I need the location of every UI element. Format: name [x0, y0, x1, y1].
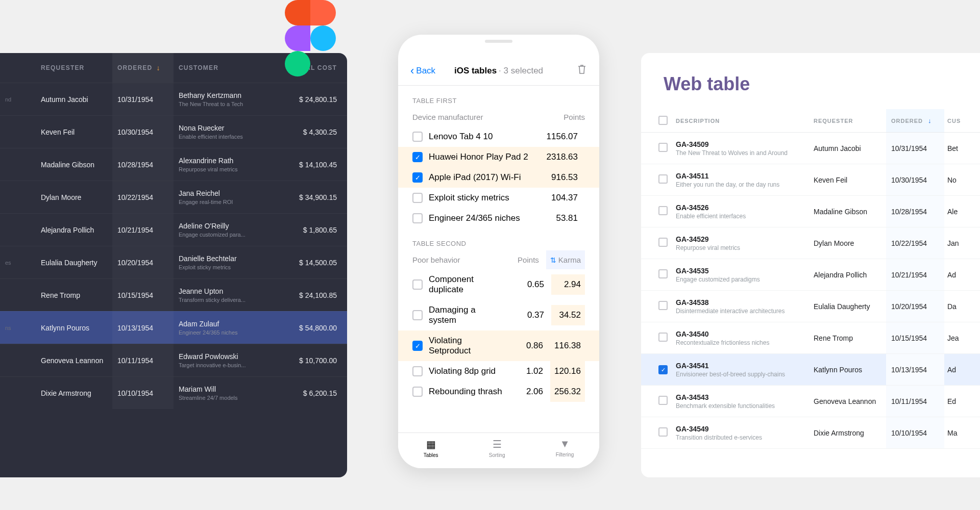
tab-filtering[interactable]: ▼ Filtering: [556, 438, 574, 457]
row-checkbox[interactable]: [658, 301, 668, 310]
row-checkbox[interactable]: [658, 238, 668, 247]
row-checkbox[interactable]: [658, 174, 668, 184]
row-checkbox[interactable]: [412, 366, 423, 376]
list-item[interactable]: Damaging a system 0.37 34.52: [398, 300, 599, 330]
delete-button[interactable]: [577, 64, 587, 78]
table-row[interactable]: Dylan Moore 10/22/1954 Jana Reichel Enga…: [0, 181, 347, 213]
requester-cell: Madaline Gibson: [811, 208, 886, 216]
select-all-checkbox[interactable]: [658, 116, 668, 125]
list-item[interactable]: ✓ Huawei Honor Play Pad 2 2318.63: [398, 147, 599, 167]
ordered-cell: 10/10/1954: [886, 417, 944, 448]
table-row[interactable]: ✓ GA-34541 Envisioneer best-of-breed sup…: [641, 354, 980, 386]
description-cell: GA-34543 Benchmark extensible functional…: [673, 393, 811, 410]
requester-cell: Katlynn Pouros: [811, 366, 886, 374]
row-checkbox[interactable]: [658, 269, 668, 278]
list-item[interactable]: Engineer 24/365 niches 53.81: [398, 208, 599, 228]
row-checkbox[interactable]: ✓: [658, 365, 668, 374]
customer-cell: Bet: [944, 144, 980, 152]
table-row[interactable]: ns Katlynn Pouros 10/13/1954 Adam Zulauf…: [0, 311, 347, 344]
tab-tables[interactable]: ▦ Tables: [424, 438, 438, 458]
col-ordered[interactable]: Ordered ↓: [112, 53, 174, 83]
row-checkbox[interactable]: [412, 193, 423, 203]
row-checkbox[interactable]: [658, 396, 668, 405]
trash-icon: [577, 64, 587, 75]
list-item[interactable]: ✓ Violating Setproduct 0.86 116.38: [398, 330, 599, 361]
ordered-cell: 10/22/1954: [112, 181, 174, 213]
requester-cell: Autumn Jacobi: [811, 144, 886, 152]
row-checkbox[interactable]: [658, 206, 668, 215]
row-checkbox[interactable]: [412, 387, 423, 397]
col-requester[interactable]: Requester: [811, 118, 886, 124]
table-row[interactable]: GA-34549 Transition distributed e-servic…: [641, 417, 980, 449]
table-row[interactable]: GA-34529 Repurpose viral metrics Dylan M…: [641, 227, 980, 259]
table-icon: ▦: [426, 438, 436, 450]
row-checkbox[interactable]: [412, 132, 423, 142]
row-checkbox[interactable]: [658, 427, 668, 437]
customer-cell: Adam Zulauf Engineer 24/365 niches: [174, 320, 281, 336]
customer-cell: Mariam Will Streamline 24/7 models: [174, 385, 281, 401]
karma-sort-header[interactable]: ⇅ Karma: [546, 250, 585, 269]
section-label-1: TABLE FIRST: [398, 86, 599, 109]
ordered-cell: 10/21/1954: [886, 259, 944, 290]
col-requester[interactable]: Requester: [36, 64, 112, 71]
customer-cell: Ed: [944, 397, 980, 405]
section-label-2: TABLE SECOND: [398, 228, 599, 251]
customer-cell: Alexandrine Rath Repurpose viral metrics: [174, 157, 281, 172]
ordered-cell: 10/20/1954: [112, 246, 174, 278]
table-row[interactable]: es Eulalia Daugherty 10/20/1954 Danielle…: [0, 246, 347, 278]
row-checkbox[interactable]: ✓: [412, 152, 423, 162]
col-description[interactable]: Description: [673, 118, 811, 124]
total-cell: $ 6,200.15: [281, 389, 347, 397]
col-ordered[interactable]: Ordered ↓: [886, 109, 944, 132]
col-customer[interactable]: Customer: [174, 64, 281, 71]
table-row[interactable]: GA-34538 Disintermediate interactive arc…: [641, 291, 980, 322]
table-row[interactable]: Madaline Gibson 10/28/1954 Alexandrine R…: [0, 148, 347, 181]
total-cell: $ 54,800.00: [281, 324, 347, 332]
customer-cell: Edward Powlowski Target innovative e-bus…: [174, 352, 281, 368]
ordered-cell: 10/11/1954: [112, 344, 174, 376]
requester-cell: Dixie Armstrong: [36, 389, 112, 397]
table-row[interactable]: GA-34540 Recontextualize frictionless ni…: [641, 322, 980, 354]
ordered-cell: 10/15/1954: [886, 322, 944, 353]
row-checkbox[interactable]: [412, 213, 423, 223]
table-row[interactable]: Genoveva Leannon 10/11/1954 Edward Powlo…: [0, 344, 347, 376]
customer-cell: Jana Reichel Engage real-time ROI: [174, 189, 281, 205]
total-cell: $ 24,100.85: [281, 291, 347, 299]
requester-cell: Rene Tromp: [811, 334, 886, 342]
list-item[interactable]: Lenovo Tab 4 10 1156.07: [398, 126, 599, 147]
list-item[interactable]: ✓ Apple iPad (2017) Wi-Fi 916.53: [398, 167, 599, 188]
tab-sorting[interactable]: ☰ Sorting: [489, 438, 505, 458]
table-row[interactable]: GA-34509 The New Threat to Wolves in and…: [641, 133, 980, 164]
ordered-cell: 10/30/1954: [112, 116, 174, 148]
list-item[interactable]: Exploit sticky metrics 104.37: [398, 188, 599, 208]
sort-arrow-icon: ↓: [156, 64, 160, 72]
table-row[interactable]: GA-34535 Engage customized paradigms Ale…: [641, 259, 980, 291]
table-row[interactable]: GA-34511 Either you run the day, or the …: [641, 164, 980, 196]
table-row[interactable]: Dixie Armstrong 10/10/1954 Mariam Will S…: [0, 376, 347, 409]
customer-cell: Nona Ruecker Enable efficient interfaces: [174, 124, 281, 140]
back-button[interactable]: ‹ Back: [410, 64, 435, 78]
row-checkbox[interactable]: [658, 143, 668, 152]
table-row[interactable]: Keven Feil 10/30/1954 Nona Ruecker Enabl…: [0, 115, 347, 148]
list-item[interactable]: Violating 8dp grid 1.02 120.16: [398, 361, 599, 381]
phone-mockup: ‹ Back iOS tables · 3 selected TABLE FIR…: [398, 35, 599, 468]
table-row[interactable]: GA-34526 Enable efficient interfaces Mad…: [641, 196, 980, 227]
table-row[interactable]: Alejandra Pollich 10/21/1954 Adeline O'R…: [0, 213, 347, 246]
table-row[interactable]: GA-34543 Benchmark extensible functional…: [641, 386, 980, 417]
row-checkbox[interactable]: [658, 333, 668, 342]
customer-cell: Jea: [944, 334, 980, 342]
list-item[interactable]: Rebounding thrash 2.06 256.32: [398, 381, 599, 402]
customer-cell: Jan: [944, 239, 980, 247]
requester-cell: Eulalia Daugherty: [811, 302, 886, 311]
customer-cell: Danielle Bechtelar Exploit sticky metric…: [174, 254, 281, 270]
description-cell: GA-34526 Enable efficient interfaces: [673, 203, 811, 220]
row-checkbox[interactable]: ✓: [412, 172, 423, 183]
row-checkbox[interactable]: ✓: [412, 341, 423, 351]
col-customer[interactable]: Cus: [944, 118, 980, 124]
row-checkbox[interactable]: [412, 310, 423, 320]
table-row[interactable]: Rene Tromp 10/15/1954 Jeanne Upton Trans…: [0, 278, 347, 311]
list-item[interactable]: Component duplicate 0.65 2.94: [398, 269, 599, 300]
total-cell: $ 14,500.05: [281, 259, 347, 267]
row-checkbox[interactable]: [412, 279, 423, 290]
tab-bar: ▦ Tables ☰ Sorting ▼ Filtering: [398, 432, 599, 468]
